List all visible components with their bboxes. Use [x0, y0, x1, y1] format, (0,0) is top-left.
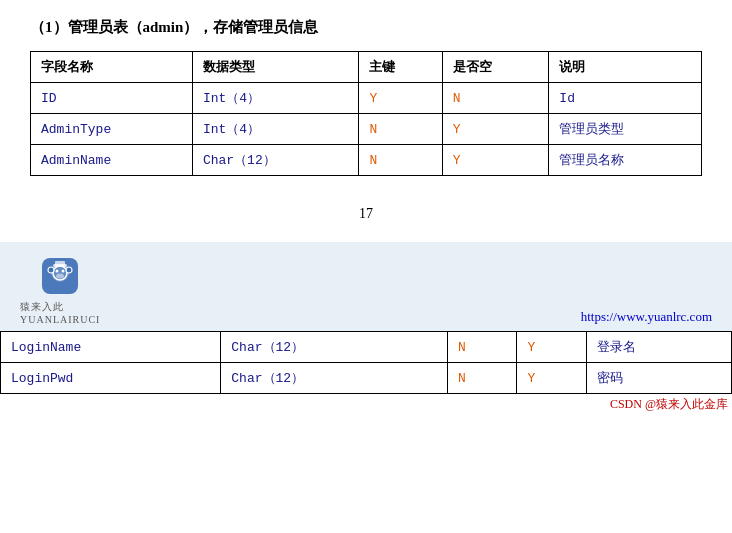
- cell-null: Y: [442, 114, 548, 145]
- admin-table: 字段名称 数据类型 主键 是否空 说明 ID Int（4） Y N Id Adm…: [30, 51, 702, 176]
- svg-rect-9: [55, 261, 65, 266]
- watermark-area: 猿来入此YUANLAIRUCI https://www.yuanlrc.com: [0, 242, 732, 331]
- cell-null: N: [442, 83, 548, 114]
- col-header-pk: 主键: [359, 52, 442, 83]
- logo-text: 猿来入此YUANLAIRUCI: [20, 300, 100, 325]
- table-row: LoginPwd Char（12） N Y 密码: [1, 363, 732, 394]
- cell-type: Char（12）: [221, 363, 448, 394]
- table-row: LoginName Char（12） N Y 登录名: [1, 332, 732, 363]
- cell-null: Y: [517, 332, 587, 363]
- page-number-area: 17: [0, 186, 732, 232]
- cell-desc: 登录名: [587, 332, 732, 363]
- cell-pk: Y: [359, 83, 442, 114]
- col-header-field: 字段名称: [31, 52, 193, 83]
- table-header-row: 字段名称 数据类型 主键 是否空 说明: [31, 52, 702, 83]
- logo-icon: [40, 256, 80, 296]
- bottom-table-wrapper: LoginName Char（12） N Y 登录名 LoginPwd Char…: [0, 331, 732, 415]
- cell-type: Char（12）: [221, 332, 448, 363]
- cell-pk: N: [447, 332, 517, 363]
- cell-field: ID: [31, 83, 193, 114]
- col-header-type: 数据类型: [192, 52, 359, 83]
- cell-field: AdminType: [31, 114, 193, 145]
- cell-desc: 管理员类型: [549, 114, 702, 145]
- cell-desc: 密码: [587, 363, 732, 394]
- svg-point-3: [56, 270, 59, 273]
- table-row: AdminType Int（4） N Y 管理员类型: [31, 114, 702, 145]
- table-row: ID Int（4） Y N Id: [31, 83, 702, 114]
- logo-area: 猿来入此YUANLAIRUCI: [20, 256, 100, 325]
- cell-desc: 管理员名称: [549, 145, 702, 176]
- col-header-nullable: 是否空: [442, 52, 548, 83]
- cell-type: Char（12）: [192, 145, 359, 176]
- page-top: （1）管理员表（admin），存储管理员信息 字段名称 数据类型 主键 是否空 …: [0, 0, 732, 186]
- csdn-badge: CSDN @猿来入此金库: [0, 394, 732, 415]
- svg-point-5: [56, 274, 64, 279]
- website-link[interactable]: https://www.yuanlrc.com: [581, 309, 712, 325]
- page-number: 17: [359, 206, 373, 221]
- svg-point-6: [48, 267, 54, 273]
- svg-point-7: [66, 267, 72, 273]
- cell-null: Y: [442, 145, 548, 176]
- cell-field: LoginName: [1, 332, 221, 363]
- cell-null: Y: [517, 363, 587, 394]
- bottom-table: LoginName Char（12） N Y 登录名 LoginPwd Char…: [0, 331, 732, 394]
- table-row: AdminName Char（12） N Y 管理员名称: [31, 145, 702, 176]
- cell-field: AdminName: [31, 145, 193, 176]
- cell-pk: N: [447, 363, 517, 394]
- section-title: （1）管理员表（admin），存储管理员信息: [30, 18, 702, 37]
- cell-type: Int（4）: [192, 83, 359, 114]
- cell-pk: N: [359, 114, 442, 145]
- cell-desc: Id: [549, 83, 702, 114]
- cell-field: LoginPwd: [1, 363, 221, 394]
- cell-pk: N: [359, 145, 442, 176]
- page-bottom: 猿来入此YUANLAIRUCI https://www.yuanlrc.com …: [0, 242, 732, 415]
- col-header-desc: 说明: [549, 52, 702, 83]
- cell-type: Int（4）: [192, 114, 359, 145]
- svg-point-4: [62, 270, 65, 273]
